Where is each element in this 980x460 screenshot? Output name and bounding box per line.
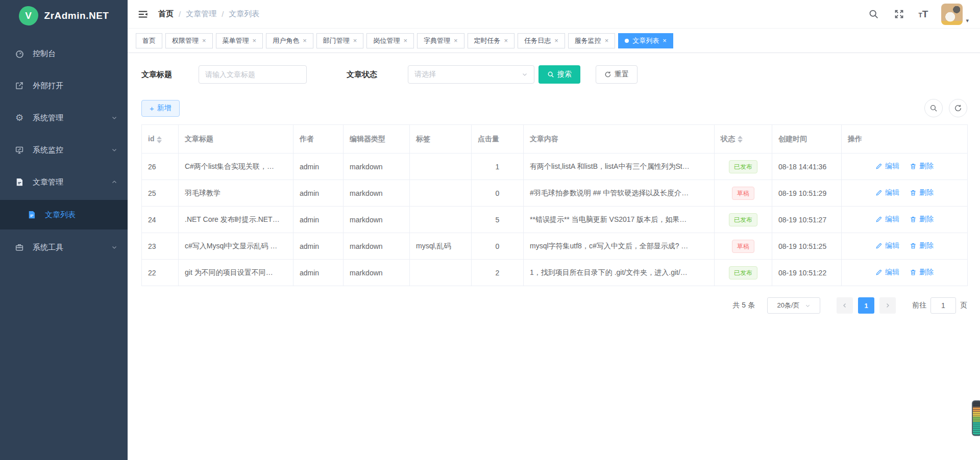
column-header-id[interactable]: id [142,125,179,154]
close-icon[interactable]: × [554,37,558,44]
tab[interactable]: 字典管理 × [417,33,464,48]
app-title: ZrAdmin.NET [44,10,109,21]
sort-icon[interactable] [157,136,162,143]
edit-button[interactable]: 编辑 [875,215,899,224]
font-size-icon[interactable]: TT [919,9,928,19]
delete-button[interactable]: 删除 [910,268,934,277]
sort-icon[interactable] [738,136,743,143]
table-row[interactable]: 24 .NET Core 发布时提示.NET… admin markdown 5… [142,207,968,233]
cell-editor-type: markdown [344,154,410,180]
cell-author: admin [293,154,344,180]
tab[interactable]: 岗位管理 × [366,33,414,48]
delete-button[interactable]: 删除 [910,215,934,224]
cell-content: 1，找到项目所在目录下的 .git/文件夹，进入.git/… [524,260,715,286]
table-row[interactable]: 22 git 为不同的项目设置不同… admin markdown 2 1，找到… [142,260,968,286]
column-label: 文章标题 [185,135,213,143]
tab[interactable]: 部门管理 × [316,33,364,48]
page-size-select[interactable]: 20条/页 [767,297,820,314]
cell-status: 草稿 [715,233,772,260]
delete-button[interactable]: 删除 [910,162,934,171]
user-menu[interactable]: ▾ [941,4,969,25]
sidebar-item-system-monitor[interactable]: 系统监控 [0,136,128,164]
sidebar-fold-button[interactable] [136,7,150,21]
close-icon[interactable]: × [663,37,667,44]
close-icon[interactable]: × [504,37,508,44]
column-label: 文章内容 [530,135,558,143]
add-button[interactable]: 新增 [141,100,180,117]
table-toolbar: 新增 [141,99,967,117]
pagination-total: 共 5 条 [732,301,755,310]
tab[interactable]: 文章列表 × [618,33,673,48]
sidebar-item-dashboard[interactable]: 控制台 [0,39,128,68]
close-icon[interactable]: × [454,37,458,44]
tab[interactable]: 用户角色 × [266,33,313,48]
tab-label: 菜单管理 [223,36,249,45]
table-row[interactable]: 26 C#两个list集合实现关联，… admin markdown 1 有两个… [142,154,968,180]
search-button[interactable]: 搜索 [538,65,580,84]
cell-status: 已发布 [715,207,772,233]
sidebar-item-system-tools[interactable]: 系统工具 [0,233,128,262]
sidebar-item-external-open[interactable]: 外部打开 [0,71,128,100]
sidebar: V ZrAdmin.NET 控制台 外部打开 ⚙ 系统管理 [0,0,128,460]
cell-content: mysql字符集utf8，c#写入中文后，全部显示成? … [524,233,715,260]
close-icon[interactable]: × [303,37,307,44]
reset-button[interactable]: 重置 [596,65,638,84]
logo[interactable]: V ZrAdmin.NET [0,0,128,32]
edit-button[interactable]: 编辑 [875,162,899,171]
sidebar-item-system-management[interactable]: ⚙ 系统管理 [0,104,128,132]
table-row[interactable]: 25 羽毛球教学 admin markdown 0 #羽毛球拍参数说明 ## 中… [142,180,968,207]
breadcrumb-home[interactable]: 首页 [158,9,174,19]
fullscreen-icon[interactable] [893,8,905,20]
chevron-down-icon [522,71,528,78]
show-search-button[interactable] [924,99,943,117]
cell-editor-type: markdown [344,233,410,260]
column-header-created: 创建时间 [772,125,842,154]
close-icon[interactable]: × [403,37,407,44]
edit-button[interactable]: 编辑 [875,188,899,197]
close-icon[interactable]: × [605,37,609,44]
goto-page-input[interactable] [930,297,956,314]
prev-page-button[interactable] [837,297,853,314]
cell-content: **错误提示** 当电脑更新 VS2017 版本后，如果… [524,207,715,233]
delete-label: 删除 [919,188,934,197]
page-number-button[interactable]: 1 [858,297,874,314]
close-icon[interactable]: × [253,37,257,44]
cell-title: C#两个list集合实现关联，… [179,154,293,180]
cell-tag [410,154,472,180]
column-header-editor-type: 编辑器类型 [344,125,410,154]
tab[interactable]: 权限管理 × [165,33,213,48]
cell-actions: 编辑 删除 [842,154,968,180]
cell-title: c#写入Mysql中文显示乱码 … [179,233,293,260]
tab[interactable]: 定时任务 × [468,33,515,48]
tab[interactable]: 服务监控 × [568,33,616,48]
delete-label: 删除 [919,215,934,224]
cell-actions: 编辑 删除 [842,233,968,260]
cell-tag: mysql,乱码 [410,233,472,260]
tab[interactable]: 菜单管理 × [216,33,263,48]
edit-button[interactable]: 编辑 [875,268,899,277]
refresh-table-button[interactable] [949,99,967,117]
delete-button[interactable]: 删除 [910,188,934,197]
sidebar-item-article-list[interactable]: 文章列表 [0,200,128,229]
search-icon[interactable] [868,8,880,20]
breadcrumb-article-list[interactable]: 文章列表 [229,9,259,19]
close-icon[interactable]: × [353,37,357,44]
cell-created: 08-19 10:51:29 [772,180,842,207]
cell-content: #羽毛球拍参数说明 ## 中管软硬选择以及长度介… [524,180,715,207]
avatar[interactable] [941,4,963,25]
delete-button[interactable]: 删除 [910,241,934,250]
next-page-button[interactable] [879,297,896,314]
dashboard-icon [14,48,24,59]
article-title-input[interactable] [199,65,307,84]
table-row[interactable]: 23 c#写入Mysql中文显示乱码 … admin markdown mysq… [142,233,968,260]
edit-label: 编辑 [885,241,899,250]
breadcrumb-article-management[interactable]: 文章管理 [186,9,216,19]
sidebar-item-article-management[interactable]: 文章管理 [0,168,128,196]
browser-extension-widget[interactable] [972,400,980,436]
column-header-status[interactable]: 状态 [715,125,772,154]
article-status-select[interactable]: 请选择 [408,65,534,84]
close-icon[interactable]: × [202,37,206,44]
tab[interactable]: 任务日志 × [518,33,565,48]
edit-button[interactable]: 编辑 [875,241,899,250]
tab[interactable]: 首页 [136,33,162,48]
